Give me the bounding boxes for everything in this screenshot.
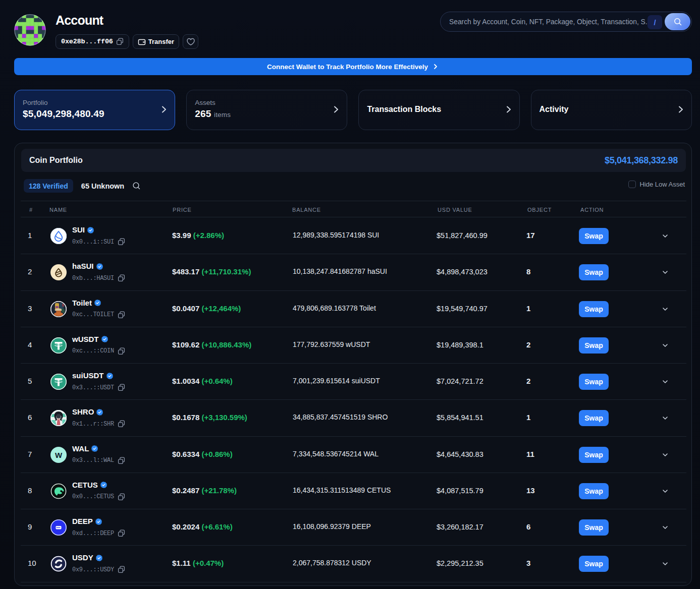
svg-text:W: W: [55, 450, 63, 459]
